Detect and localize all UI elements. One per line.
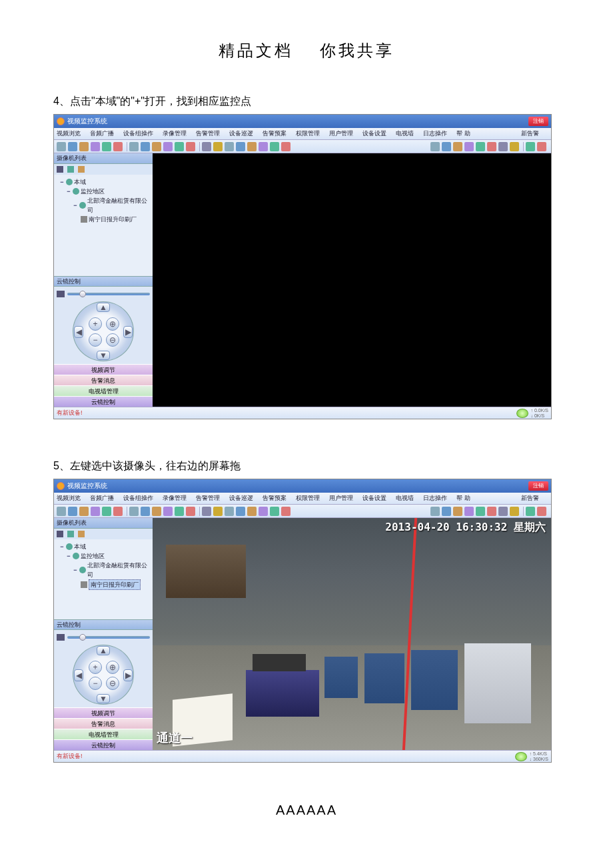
print-icon[interactable]	[487, 142, 496, 151]
menu-log[interactable]: 日志操作	[423, 129, 447, 138]
collapse-icon[interactable]: −	[66, 187, 71, 196]
zoom-out-icon[interactable]	[247, 507, 257, 516]
tool-icon[interactable]	[57, 507, 66, 516]
menu-record-manage[interactable]: 录像管理	[163, 129, 187, 138]
layout-9-icon[interactable]	[152, 142, 161, 151]
zoom-out-icon[interactable]	[247, 142, 257, 151]
tab-video-adjust[interactable]: 视频调节	[54, 364, 153, 375]
tree-node-root[interactable]: −本域	[55, 177, 151, 187]
ptz-left-button[interactable]: ◀	[74, 326, 83, 338]
video-viewport-live[interactable]: 2013-04-20 16:30:32 星期六 通道一	[153, 518, 551, 750]
tool-icon[interactable]	[202, 142, 211, 151]
tool-icon[interactable]	[476, 142, 485, 151]
menu-device-patrol[interactable]: 设备巡逻	[229, 494, 253, 503]
menu-log[interactable]: 日志操作	[423, 494, 447, 503]
menu-device-patrol[interactable]: 设备巡逻	[229, 129, 253, 138]
tree-home-icon[interactable]	[78, 531, 85, 537]
ptz-zoom-out-button[interactable]: −	[89, 333, 102, 347]
tool-icon[interactable]	[68, 142, 77, 151]
menu-video-browse[interactable]: 视频浏览	[57, 129, 81, 138]
menu-device-group[interactable]: 设备组操作	[123, 129, 153, 138]
tool-icon[interactable]	[102, 142, 111, 151]
tool-icon[interactable]	[430, 142, 440, 151]
menu-device-setting[interactable]: 设备设置	[362, 129, 386, 138]
tool-icon[interactable]	[113, 142, 123, 151]
layout-1-icon[interactable]	[129, 142, 139, 151]
slider-knob[interactable]	[79, 634, 86, 641]
tree-search-icon[interactable]	[67, 531, 74, 537]
menu-device-setting[interactable]: 设备设置	[362, 494, 386, 503]
tool-icon[interactable]	[79, 142, 89, 151]
gear-icon[interactable]	[498, 507, 508, 516]
tool-icon[interactable]	[79, 507, 89, 516]
tree-cam-icon[interactable]	[57, 531, 63, 537]
tab-tvwall-manage[interactable]: 电视墙管理	[54, 385, 153, 396]
layout-icon[interactable]	[186, 507, 195, 516]
ptz-up-button[interactable]: ▲	[97, 303, 110, 312]
tool-icon[interactable]	[442, 507, 451, 516]
tool-icon[interactable]	[430, 507, 440, 516]
tool-icon[interactable]	[464, 142, 474, 151]
zoom-in-icon[interactable]	[236, 142, 245, 151]
tool-icon[interactable]	[510, 507, 519, 516]
menu-alarm-plan[interactable]: 告警预案	[263, 494, 287, 503]
ptz-up-button[interactable]: ▲	[97, 646, 110, 655]
ptz-right-button[interactable]: ▶	[123, 669, 133, 681]
menu-help[interactable]: 帮 助	[456, 129, 470, 138]
tree-cam-icon[interactable]	[57, 166, 63, 173]
ptz-iris-button[interactable]: ⊕	[106, 317, 119, 331]
tool-icon[interactable]	[225, 142, 234, 151]
logout-button[interactable]: 注销	[528, 117, 548, 126]
menu-help[interactable]: 帮 助	[456, 494, 470, 503]
menu-device-group[interactable]: 设备组操作	[123, 494, 153, 503]
tool-icon[interactable]	[537, 142, 546, 151]
tab-alarm-msg[interactable]: 告警消息	[54, 718, 153, 729]
video-viewport-empty[interactable]	[153, 153, 551, 407]
menu-permission[interactable]: 权限管理	[296, 494, 320, 503]
tab-alarm-msg[interactable]: 告警消息	[54, 375, 153, 385]
menu-user-manage[interactable]: 用户管理	[329, 129, 353, 138]
ptz-zoom-out-button[interactable]: −	[89, 677, 102, 690]
print-icon[interactable]	[487, 507, 496, 516]
slider-knob[interactable]	[79, 291, 86, 297]
tab-ptz-control[interactable]: 云镜控制	[54, 739, 153, 750]
menu-record-manage[interactable]: 录像管理	[163, 494, 187, 503]
lock-icon[interactable]	[270, 507, 279, 516]
tool-icon[interactable]	[91, 142, 100, 151]
tool-icon[interactable]	[213, 507, 223, 516]
tool-icon[interactable]	[91, 507, 100, 516]
tool-icon[interactable]	[476, 507, 485, 516]
ptz-zoom-in-button[interactable]: +	[89, 317, 102, 331]
layout-4-icon[interactable]	[141, 142, 150, 151]
tree-node-region[interactable]: −监控地区	[55, 551, 151, 561]
logout-button[interactable]: 注销	[528, 481, 548, 491]
menu-alarm-manage[interactable]: 告警管理	[196, 129, 220, 138]
layout-icon[interactable]	[175, 507, 184, 516]
ptz-left-button[interactable]: ◀	[74, 669, 83, 681]
layout-icon[interactable]	[163, 507, 173, 516]
new-alarm-label[interactable]: 新告警	[521, 494, 539, 503]
tool-icon[interactable]	[526, 507, 535, 516]
tool-icon[interactable]	[57, 142, 66, 151]
menu-video-browse[interactable]: 视频浏览	[57, 494, 81, 503]
tool-icon[interactable]	[537, 507, 546, 516]
tree-node-company[interactable]: −北部湾金融租赁有限公司	[55, 561, 151, 579]
new-alarm-label[interactable]: 新告警	[521, 129, 539, 138]
layout-icon[interactable]	[129, 507, 139, 516]
menu-tvwall[interactable]: 电视墙	[396, 494, 414, 503]
tab-tvwall-manage[interactable]: 电视墙管理	[54, 729, 153, 739]
menu-permission[interactable]: 权限管理	[296, 129, 320, 138]
collapse-icon[interactable]: −	[73, 201, 78, 210]
ptz-speed-slider[interactable]	[57, 633, 150, 642]
tool-icon[interactable]	[259, 507, 268, 516]
layout-icon[interactable]	[141, 507, 150, 516]
ptz-focus-button[interactable]: ⊖	[106, 677, 119, 690]
menu-tvwall[interactable]: 电视墙	[396, 129, 414, 138]
tool-icon[interactable]	[225, 507, 234, 516]
tree-search-icon[interactable]	[67, 166, 74, 173]
lock-icon[interactable]	[270, 142, 279, 151]
ptz-right-button[interactable]: ▶	[123, 326, 133, 338]
layout-16-icon[interactable]	[163, 142, 173, 151]
layout-icon[interactable]	[175, 142, 184, 151]
tree-node-camera[interactable]: 南宁日报升印刷厂	[55, 215, 151, 224]
